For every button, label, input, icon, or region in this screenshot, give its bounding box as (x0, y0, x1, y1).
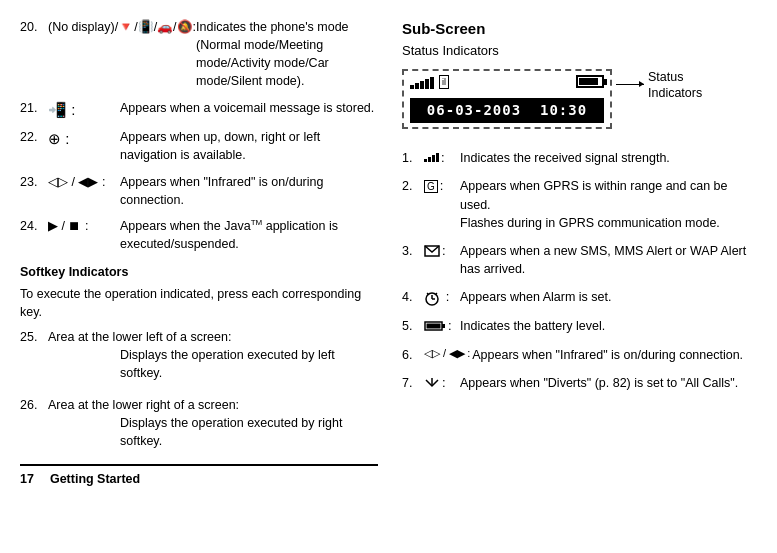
phone-signal-icon: il (410, 75, 449, 90)
status-indicators-label: Status Indicators (402, 42, 757, 61)
softkey-body: To execute the operation indicated, pres… (20, 285, 378, 321)
phone-battery-icon (576, 75, 604, 88)
list-item: 24. ▶ / ⏹ : Appears when the JavaTM appl… (20, 217, 378, 253)
voicemail-icon: 📲 : (48, 99, 120, 121)
battery-level-icon: : (424, 317, 460, 336)
list-item: 2. G: Appears when GPRS is within range … (402, 177, 757, 231)
phone-date-time: 06-03-2003 10:30 (410, 98, 604, 122)
list-item: 7. : Appears when "Diverts" (p. 82) is s… (402, 374, 757, 393)
annotation-wrap: Status Indicators (616, 69, 702, 102)
item-text: Area at the lower right of a screen: Dis… (48, 396, 378, 456)
item-indent-text: Displays the operation executed by left … (120, 346, 378, 382)
item-number: 1. (402, 149, 424, 167)
item-text: Appears when "Diverts" (p. 82) is set to… (460, 374, 757, 392)
item-text: Appears when Alarm is set. (460, 288, 757, 306)
phone-top-row: il (410, 75, 604, 90)
page-number: 17 (20, 470, 34, 488)
page-footer: 17 Getting Started (20, 464, 378, 488)
java-icon: ▶ / ⏹ : (48, 217, 120, 253)
svg-rect-8 (442, 324, 445, 328)
softkey-heading: Softkey Indicators (20, 263, 378, 281)
item-indent-text: Displays the operation executed by right… (120, 414, 378, 450)
item-number: 7. (402, 374, 424, 392)
item-number: 24. (20, 217, 48, 253)
signal-strength-icon: : (424, 149, 460, 168)
item-text: Appears when the JavaTM application is e… (120, 217, 378, 253)
battery-body (576, 75, 604, 88)
item-text: Appears when GPRS is within range and ca… (460, 177, 757, 231)
infrared-on-icon: ◁▷ / ◀▶: (424, 346, 472, 362)
item-text: Indicates the battery level. (460, 317, 757, 335)
item-number: 22. (20, 128, 48, 164)
gprs-icon: G: (424, 177, 460, 196)
item-number: 25. (20, 328, 48, 388)
item-text: Indicates the phone's mode (Normal mode/… (196, 18, 378, 91)
item-number: 2. (402, 177, 424, 195)
item-text: Appears when "Infrared" is on/during con… (472, 346, 757, 364)
item-number: 6. (402, 346, 424, 364)
list-item: 23. ◁▷ / ◀▶ : Appears when "Infrared" is… (20, 173, 378, 209)
battery-fill (579, 78, 598, 85)
item-text: Indicates the received signal strength. (460, 149, 757, 167)
list-item: 20. (No display)/🔻/📳/🚗/🔕: Indicates the … (20, 18, 378, 91)
right-items-list: 1. : Indicates the received signal stren… (402, 149, 757, 393)
annotation-text: Status Indicators (648, 69, 702, 102)
nav-icon: ⊕ : (48, 128, 120, 164)
item-number: 4. (402, 288, 424, 306)
alarm-icon: : (424, 288, 460, 307)
divert-icon: : (424, 374, 460, 393)
item-text: Appears when "Infrared" is on/during con… (120, 173, 378, 209)
item-number: 23. (20, 173, 48, 209)
footer-label: Getting Started (50, 470, 140, 488)
item-number: 21. (20, 99, 48, 121)
item-icon: (No display)/🔻/📳/🚗/🔕: (48, 18, 196, 91)
item-text: Appears when up, down, right or left nav… (120, 128, 378, 164)
list-item: 6. ◁▷ / ◀▶: Appears when "Infrared" is o… (402, 346, 757, 364)
sub-screen-title: Sub-Screen (402, 18, 757, 40)
svg-rect-7 (427, 324, 441, 329)
infrared-icon: ◁▷ / ◀▶ : (48, 173, 120, 209)
item-text: Area at the lower left of a screen: Disp… (48, 328, 378, 388)
list-item: 26. Area at the lower right of a screen:… (20, 396, 378, 456)
right-column: Sub-Screen Status Indicators (390, 10, 777, 543)
phone-screen-wrap: il 06-03-2003 10:30 (402, 69, 757, 129)
item-text: Appears when a voicemail message is stor… (120, 99, 378, 121)
list-item: 4. : Appears when Alarm is set. (402, 288, 757, 307)
item-number: 3. (402, 242, 424, 260)
list-item: 1. : Indicates the received signal stren… (402, 149, 757, 168)
envelope-icon: : (424, 242, 460, 261)
list-item: 21. 📲 : Appears when a voicemail message… (20, 99, 378, 121)
item-number: 20. (20, 18, 48, 91)
item-number: 26. (20, 396, 48, 456)
list-item: 3. : Appears when a new SMS, MMS Alert o… (402, 242, 757, 278)
item-number: 5. (402, 317, 424, 335)
list-item: 22. ⊕ : Appears when up, down, right or … (20, 128, 378, 164)
phone-screen: il 06-03-2003 10:30 (402, 69, 612, 129)
item-text: Appears when a new SMS, MMS Alert or WAP… (460, 242, 757, 278)
page: 20. (No display)/🔻/📳/🚗/🔕: Indicates the … (0, 0, 777, 553)
list-item: 25. Area at the lower left of a screen: … (20, 328, 378, 388)
left-column: 20. (No display)/🔻/📳/🚗/🔕: Indicates the … (0, 10, 390, 543)
list-item: 5. : Indicates the battery level. (402, 317, 757, 336)
